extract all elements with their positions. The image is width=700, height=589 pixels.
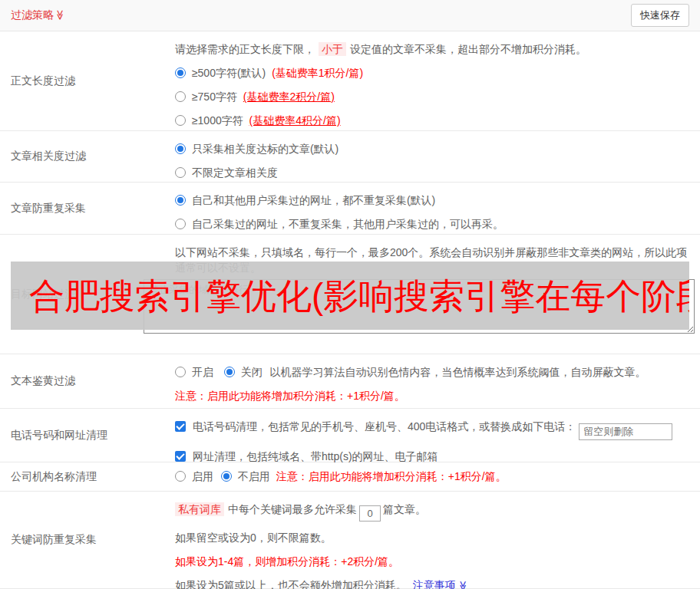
row-label: 文章防重复采集	[0, 183, 175, 234]
radio-icon[interactable]	[175, 195, 186, 206]
row-phone-url-cleanup: 电话号码和网址清理 电话号码清理，包括常见的手机号、座机号、400电话格式，或替…	[0, 409, 700, 462]
row-label: 文章相关度过滤	[0, 131, 175, 182]
row-dedup-filter: 文章防重复采集 自己和其他用户采集过的网址，都不重复采集(默认) 自己采集过的网…	[0, 183, 700, 235]
max-articles-input[interactable]	[359, 505, 381, 522]
relevance-option-any[interactable]: 不限定文章相关度	[175, 166, 278, 179]
length-option-1000[interactable]: ≥1000字符 (基础费率4积分/篇)	[175, 114, 341, 127]
porn-description: 以机器学习算法自动识别色情内容，当色情概率达到系统阈值，自动屏蔽文章。	[270, 366, 646, 378]
radio-icon[interactable]	[175, 167, 186, 178]
notes-link[interactable]: 注意事项	[413, 579, 456, 589]
porn-cost-note: 注意：启用此功能将增加积分消耗：+1积分/篇。	[175, 388, 689, 403]
radio-icon[interactable]	[175, 67, 186, 78]
radio-icon[interactable]	[175, 143, 186, 154]
radio-icon[interactable]	[175, 471, 186, 482]
row-label: 文本鉴黄过滤	[0, 354, 175, 408]
keyword-note-cost: 如果设为1-4篇，则增加积分消耗：+2积分/篇。	[175, 554, 689, 569]
row-company-name-cleanup: 公司机构名称清理 启用 不启用 注意：启用此功能将增加积分消耗：+1积分/篇。	[0, 462, 700, 492]
replacement-phone-input[interactable]	[579, 423, 672, 440]
radio-icon[interactable]	[175, 367, 186, 377]
row-label: 电话号码和网址清理	[0, 409, 175, 462]
row-keyword-dedup: 关键词防重复采集 私有词库中每个关键词最多允许采集篇文章。 如果留空或设为0，则…	[0, 492, 700, 589]
porn-option-on[interactable]: 开启	[175, 366, 216, 378]
row-relevance-filter: 文章相关度过滤 只采集相关度达标的文章(默认) 不限定文章相关度	[0, 131, 700, 183]
radio-icon[interactable]	[175, 115, 186, 126]
relevance-option-strict[interactable]: 只采集相关度达标的文章(默认)	[175, 143, 338, 155]
dedup-option-all-users[interactable]: 自己和其他用户采集过的网址，都不重复采集(默认)	[175, 194, 435, 206]
less-than-highlight: 小于	[319, 42, 346, 56]
section-title-toggle[interactable]: 过滤策略≫	[11, 8, 66, 22]
radio-icon[interactable]	[224, 367, 235, 377]
checkbox-checked-icon[interactable]	[175, 421, 186, 432]
checkbox-checked-icon[interactable]	[175, 451, 186, 462]
company-option-off[interactable]: 不启用	[221, 470, 270, 484]
watermark-text: 合肥搜索引擎优化(影响搜索引擎在每个阶段	[11, 278, 689, 314]
row-label: 公司机构名称清理	[0, 462, 175, 491]
row-label: 关键词防重复采集	[0, 492, 175, 588]
length-option-500[interactable]: ≥500字符(默认) (基础费率1积分/篇)	[175, 67, 363, 79]
radio-icon[interactable]	[221, 471, 232, 482]
row-label: 正文长度过滤	[0, 31, 175, 130]
row-porn-filter: 文本鉴黄过滤 开启 关闭 以机器学习算法自动识别色情内容，当色情概率达到系统阈值…	[0, 354, 700, 409]
url-cleanup-checkbox[interactable]: 网址清理，包括纯域名、带http(s)的网址、电子邮箱	[175, 450, 438, 462]
watermark-overlay: 合肥搜索引擎优化(影响搜索引擎在每个阶段	[11, 262, 689, 330]
radio-icon[interactable]	[175, 219, 186, 229]
section-header: 过滤策略≫ 快速保存	[0, 0, 700, 31]
row-length-filter: 正文长度过滤 请选择需求的正文长度下限，小于设定值的文章不采集，超出部分不增加积…	[0, 31, 700, 131]
section-title-text: 过滤策略	[11, 8, 54, 21]
private-thesaurus-highlight: 私有词库	[175, 502, 224, 516]
quick-save-button[interactable]: 快速保存	[631, 4, 689, 27]
keyword-note-five: 如果设为5篇或以上，也不会额外增加积分消耗。	[175, 579, 407, 589]
chevron-down-icon: ≫	[455, 581, 471, 589]
keyword-note-zero: 如果留空或设为0，则不限篇数。	[175, 530, 689, 545]
company-cost-note: 注意：启用此功能将增加积分消耗：+1积分/篇。	[276, 470, 507, 484]
length-option-750[interactable]: ≥750字符 (基础费率2积分/篇)	[175, 90, 335, 103]
chevron-down-icon: ≫	[54, 10, 66, 21]
radio-icon[interactable]	[175, 91, 186, 102]
porn-option-off[interactable]: 关闭	[224, 366, 266, 378]
phone-cleanup-checkbox[interactable]: 电话号码清理，包括常见的手机号、座机号、400电话格式，或替换成如下电话：	[175, 420, 579, 433]
dedup-option-self-only[interactable]: 自己采集过的网址，不重复采集，其他用户采集过的，可以再采。	[175, 218, 504, 230]
length-intro: 请选择需求的正文长度下限，小于设定值的文章不采集，超出部分不增加积分消耗。	[175, 41, 689, 57]
company-option-on[interactable]: 启用	[175, 470, 213, 484]
